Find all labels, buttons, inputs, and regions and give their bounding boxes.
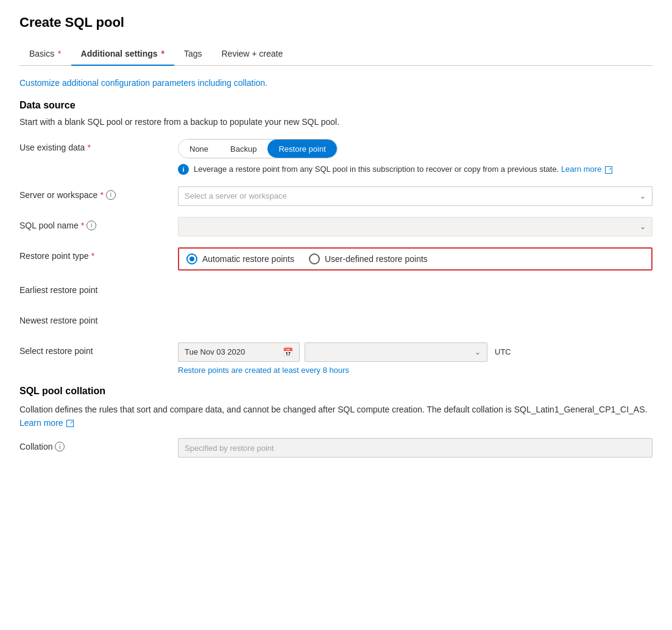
sql-pool-name-dropdown[interactable]: ⌄ [178, 217, 653, 236]
server-workspace-row: Server or workspace * i Select a server … [19, 186, 653, 206]
collation-title: SQL pool collation [19, 386, 653, 397]
sql-pool-dropdown-arrow: ⌄ [640, 222, 646, 231]
calendar-icon: 📅 [283, 347, 293, 357]
newest-restore-label: Newest restore point [19, 312, 178, 325]
server-control: Select a server or workspace ⌄ [178, 186, 653, 206]
tab-additional-settings[interactable]: Additional settings * [71, 43, 174, 66]
date-picker[interactable]: Tue Nov 03 2020 📅 [178, 342, 300, 362]
server-dropdown[interactable]: Select a server or workspace ⌄ [178, 186, 653, 206]
select-restore-point-control: Tue Nov 03 2020 📅 ⌄ UTC Restore points a… [178, 342, 653, 375]
collation-description: Collation defines the rules that sort an… [19, 403, 653, 430]
radio-user-defined-circle [309, 253, 320, 264]
use-existing-data-row: Use existing data * None Backup Restore … [19, 139, 653, 175]
collation-label: Collation i [19, 438, 178, 451]
select-restore-point-label: Select restore point [19, 342, 178, 356]
data-source-subtitle: Start with a blank SQL pool or restore f… [19, 117, 653, 127]
sql-pool-name-row: SQL pool name * i ⌄ [19, 217, 653, 236]
sql-pool-name-label: SQL pool name * i [19, 217, 178, 230]
select-restore-point-row: Select restore point Tue Nov 03 2020 📅 ⌄… [19, 342, 653, 375]
server-label: Server or workspace * i [19, 186, 178, 200]
page-title: Create SQL pool [19, 15, 653, 30]
segmented-restore-point[interactable]: Restore point [267, 140, 336, 158]
radio-user-defined[interactable]: User-defined restore points [309, 253, 428, 264]
use-existing-segmented: None Backup Restore point [178, 139, 338, 158]
time-dropdown-arrow: ⌄ [475, 348, 481, 356]
segmented-none[interactable]: None [179, 140, 219, 158]
collation-row: Collation i Specified by restore point [19, 438, 653, 458]
info-text: Leverage a restore point from any SQL po… [194, 163, 612, 175]
restore-hint: Restore points are created at least ever… [178, 366, 653, 375]
segmented-backup[interactable]: Backup [219, 140, 267, 158]
radio-automatic[interactable]: Automatic restore points [186, 253, 294, 264]
tab-review-create[interactable]: Review + create [212, 43, 293, 66]
restore-point-type-control: Automatic restore points User-defined re… [178, 247, 653, 271]
learn-more-link[interactable]: Learn more ↗ [561, 165, 612, 174]
radio-automatic-circle [186, 253, 197, 264]
use-existing-label: Use existing data * [19, 139, 178, 152]
collation-input: Specified by restore point [178, 438, 653, 458]
time-dropdown[interactable]: ⌄ [305, 342, 487, 362]
sql-pool-info-icon[interactable]: i [87, 221, 96, 230]
info-icon: i [178, 164, 189, 175]
utc-label: UTC [495, 347, 511, 356]
restore-point-type-row: Restore point type * Automatic restore p… [19, 247, 653, 271]
earliest-restore-row: Earliest restore point [19, 281, 653, 301]
page-description: Customize additional configuration param… [19, 78, 653, 88]
tab-tags[interactable]: Tags [174, 43, 212, 66]
server-info-icon[interactable]: i [106, 190, 116, 200]
tab-bar: Basics * Additional settings * Tags Revi… [19, 43, 653, 66]
newest-restore-row: Newest restore point [19, 312, 653, 331]
use-existing-control: None Backup Restore point i Leverage a r… [178, 139, 653, 175]
earliest-restore-label: Earliest restore point [19, 281, 178, 295]
collation-learn-more[interactable]: Learn more ↗ [19, 418, 74, 428]
tab-basics[interactable]: Basics * [19, 43, 71, 66]
restore-info-box: i Leverage a restore point from any SQL … [178, 163, 653, 175]
data-source-title: Data source [19, 100, 653, 111]
restore-point-type-radio-group: Automatic restore points User-defined re… [178, 247, 653, 271]
collation-control: Specified by restore point [178, 438, 653, 458]
collation-info-icon[interactable]: i [55, 442, 65, 451]
restore-point-type-label: Restore point type * [19, 247, 178, 261]
server-dropdown-arrow: ⌄ [640, 192, 646, 200]
sql-pool-name-control: ⌄ [178, 217, 653, 236]
